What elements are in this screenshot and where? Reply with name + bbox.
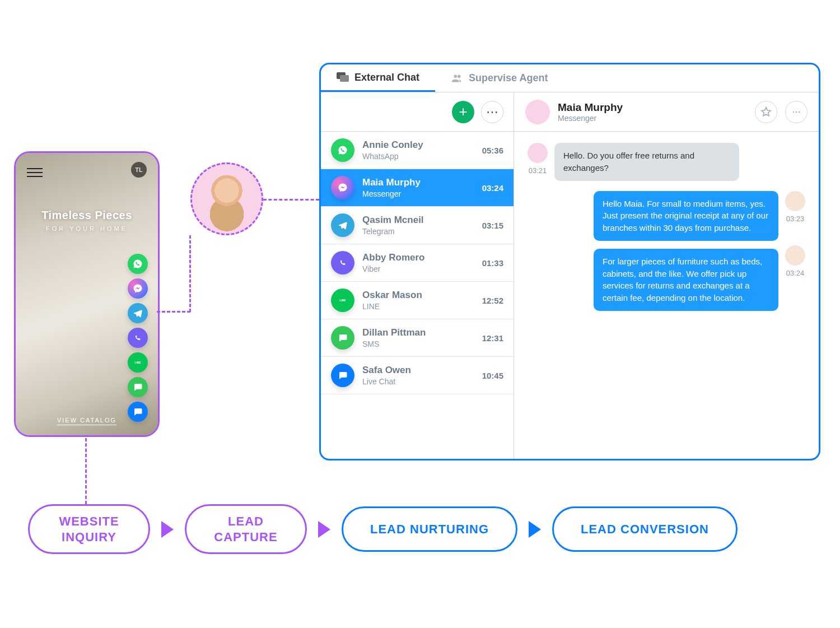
sms-icon[interactable] <box>128 377 148 397</box>
contact-name: Maia Murphy <box>362 177 474 188</box>
conversation-item[interactable]: Qasim McneilTelegram 03:15 <box>321 207 514 244</box>
chat-dashboard-panel: External Chat Supervise Agent + ⋯ Annie … <box>319 63 820 460</box>
conversation-item[interactable]: Abby RomeroViber 01:33 <box>321 244 514 282</box>
chat-header: Maia Murphy Messenger ⋯ <box>514 92 819 132</box>
agent-avatar <box>785 191 805 211</box>
contact-name: Dillan Pittman <box>362 327 474 338</box>
arrow-right-icon <box>529 521 541 538</box>
star-button[interactable] <box>755 101 777 123</box>
connector-line <box>189 235 191 312</box>
livechat-icon[interactable] <box>128 402 148 422</box>
telegram-icon[interactable] <box>128 303 148 323</box>
outgoing-message: Hello Maia. For small to medium items, y… <box>594 191 778 241</box>
contact-source: Telegram <box>362 227 474 236</box>
conversation-time: 03:24 <box>482 183 503 193</box>
tab-label: External Chat <box>354 72 419 83</box>
panel-tabs: External Chat Supervise Agent <box>321 64 819 92</box>
agents-icon <box>451 72 463 85</box>
funnel-step-lead-conversion: LEAD CONVERSION <box>552 506 738 552</box>
chat-header-name: Maia Murphy <box>558 101 623 114</box>
arrow-right-icon <box>161 521 174 538</box>
line-icon[interactable]: LINE <box>128 352 148 373</box>
conversation-time: 10:45 <box>482 371 503 380</box>
line-icon: LINE <box>331 289 354 312</box>
messenger-icon <box>331 176 354 199</box>
connector-line <box>263 199 319 201</box>
outgoing-message: For larger pieces of furniture such as b… <box>594 249 778 311</box>
connector-line <box>85 438 87 504</box>
svg-text:LINE: LINE <box>134 361 141 364</box>
contact-name: Oskar Mason <box>362 290 474 301</box>
brand-logo: TL <box>131 162 147 178</box>
telegram-icon <box>331 213 354 237</box>
new-conversation-button[interactable]: + <box>452 101 474 123</box>
contact-source: SMS <box>362 339 474 348</box>
contact-source: Live Chat <box>362 377 474 386</box>
conversation-item[interactable]: LINE Oskar MasonLINE 12:52 <box>321 282 514 319</box>
conversation-item[interactable]: Dillan PittmanSMS 12:31 <box>321 319 514 357</box>
website-phone-mockup: TL Timeless Pieces FOR YOUR HOME LINE VI… <box>14 151 160 437</box>
conversation-time: 03:15 <box>482 221 503 230</box>
tab-supervise-agent[interactable]: Supervise Agent <box>435 64 563 92</box>
connector-line <box>157 311 190 313</box>
contact-source: Messenger <box>362 189 474 198</box>
contact-source: LINE <box>362 302 474 311</box>
funnel-step-lead-nurturing: LEAD NURTURING <box>342 506 517 552</box>
conversation-item[interactable]: Safa OwenLive Chat 10:45 <box>321 357 514 394</box>
viber-icon[interactable] <box>128 328 148 348</box>
messenger-icon[interactable] <box>128 278 148 299</box>
incoming-message: Hello. Do you offer free returns and exc… <box>554 143 739 181</box>
lead-funnel-row: WEBSITE INQUIRY LEAD CAPTURE LEAD NURTUR… <box>28 504 738 554</box>
customer-avatar <box>528 143 548 163</box>
hamburger-menu-icon[interactable] <box>27 165 43 180</box>
view-catalog-link[interactable]: VIEW CATALOG <box>57 417 116 425</box>
contact-source: WhatsApp <box>362 152 474 161</box>
list-more-button[interactable]: ⋯ <box>481 101 503 123</box>
lead-avatar <box>190 162 263 235</box>
phone-hero-image: TL Timeless Pieces FOR YOUR HOME LINE VI… <box>16 153 158 435</box>
funnel-step-lead-capture: LEAD CAPTURE <box>185 504 307 554</box>
conversation-time: 05:36 <box>482 146 503 155</box>
conversation-time: 01:33 <box>482 258 503 268</box>
chat-thread-pane: Maia Murphy Messenger ⋯ 03:21 Hello. Do … <box>514 92 819 459</box>
livechat-icon <box>331 364 354 387</box>
channel-icon-rail: LINE <box>128 254 148 422</box>
message-time: 03:23 <box>785 215 805 223</box>
contact-avatar <box>525 100 550 124</box>
contact-source: Viber <box>362 264 474 273</box>
conversation-item[interactable]: Maia MurphyMessenger 03:24 <box>321 169 514 207</box>
chat-stack-icon <box>337 71 349 83</box>
chat-more-button[interactable]: ⋯ <box>785 101 808 123</box>
whatsapp-icon[interactable] <box>128 254 148 274</box>
conversation-list: + ⋯ Annie ConleyWhatsApp 05:36 Maia Murp… <box>321 92 514 459</box>
conversation-time: 12:31 <box>482 333 503 343</box>
phone-subhead: FOR YOUR HOME <box>16 225 158 232</box>
star-icon <box>760 106 772 118</box>
chat-header-source: Messenger <box>558 114 623 123</box>
contact-name: Safa Owen <box>362 365 474 376</box>
funnel-step-website-inquiry: WEBSITE INQUIRY <box>28 504 150 554</box>
whatsapp-icon <box>331 138 354 162</box>
viber-icon <box>331 251 354 275</box>
phone-headline: Timeless Pieces <box>16 209 158 222</box>
svg-text:LINE: LINE <box>339 299 346 302</box>
contact-name: Annie Conley <box>362 139 474 151</box>
agent-avatar <box>785 245 805 266</box>
conversation-time: 12:52 <box>482 296 503 305</box>
contact-name: Qasim Mcneil <box>362 215 474 226</box>
sms-icon <box>331 326 354 350</box>
message-time: 03:21 <box>528 166 548 175</box>
arrow-right-icon <box>318 521 330 538</box>
contact-name: Abby Romero <box>362 252 474 263</box>
tab-external-chat[interactable]: External Chat <box>321 64 435 92</box>
message-time: 03:24 <box>785 269 805 277</box>
tab-label: Supervise Agent <box>469 72 548 84</box>
conversation-item[interactable]: Annie ConleyWhatsApp 05:36 <box>321 132 514 169</box>
